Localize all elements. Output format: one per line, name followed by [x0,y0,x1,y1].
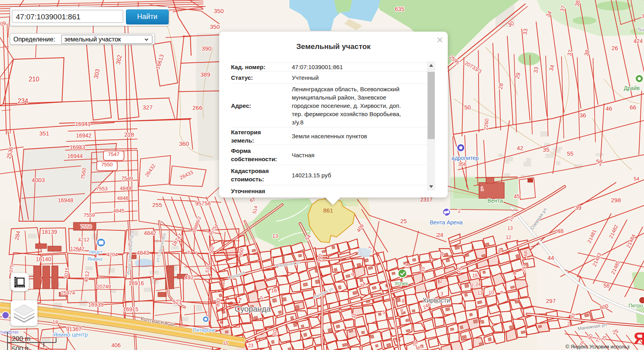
svg-text:3: 3 [642,13,644,19]
svg-text:7: 7 [195,251,197,256]
svg-text:54: 54 [634,176,639,182]
svg-text:234: 234 [18,98,28,104]
svg-text:424: 424 [633,38,643,44]
svg-text:24: 24 [475,282,481,287]
svg-text:44: 44 [548,254,554,261]
svg-text:635: 635 [395,6,404,12]
svg-text:351: 351 [39,130,49,137]
svg-text:33: 33 [532,66,539,73]
svg-text:46: 46 [606,105,612,112]
svg-text:Драйв: Драйв [624,85,640,91]
svg-text:Вента Арена: Вента Арена [430,219,462,226]
svg-text:327: 327 [143,104,152,111]
svg-text:20749: 20749 [97,284,111,290]
svg-text:7559: 7559 [84,212,95,218]
svg-text:350: 350 [210,23,220,30]
svg-text:4003: 4003 [32,177,45,183]
svg-text:16: 16 [271,288,277,294]
svg-text:45: 45 [514,193,520,199]
svg-text:66: 66 [630,104,636,111]
svg-text:23: 23 [248,343,253,348]
svg-text:10: 10 [488,290,494,295]
svg-text:42: 42 [517,145,524,151]
svg-text:4846: 4846 [117,195,129,201]
svg-text:7549: 7549 [122,175,133,181]
svg-text:55: 55 [567,150,574,157]
svg-text:36: 36 [580,112,586,119]
svg-text:406: 406 [111,342,121,348]
svg-text:35: 35 [543,146,550,153]
svg-text:2: 2 [440,278,443,284]
svg-text:3: 3 [441,291,443,297]
svg-text:19: 19 [404,263,410,269]
svg-text:Ян: Ян [634,329,644,348]
svg-text:24: 24 [437,232,443,238]
svg-text:1: 1 [481,186,484,192]
svg-text:Пятерочк: Пятерочк [193,327,215,333]
svg-text:15: 15 [472,273,478,278]
svg-text:13: 13 [272,233,278,239]
svg-text:95758: 95758 [195,200,211,207]
svg-text:8: 8 [188,250,190,255]
svg-text:2: 2 [458,208,460,214]
svg-text:Янино: Янино [87,256,102,262]
svg-text:4212: 4212 [78,237,90,243]
svg-text:16948: 16948 [58,197,73,203]
svg-text:3: 3 [394,324,396,329]
svg-text:48: 48 [557,228,564,234]
svg-text:12: 12 [506,235,511,240]
svg-text:389: 389 [200,71,210,78]
svg-text:218: 218 [124,131,134,138]
svg-text:297: 297 [546,297,556,304]
svg-text:44: 44 [522,251,528,257]
svg-text:16939: 16939 [88,301,104,308]
svg-text:адропитер: адропитер [452,155,479,161]
svg-text:18139: 18139 [42,229,57,235]
svg-text:4842: 4842 [144,230,156,236]
svg-text:18140: 18140 [36,256,51,262]
svg-text:390: 390 [201,45,211,52]
svg-text:28: 28 [497,83,504,90]
svg-text:2260: 2260 [483,119,490,130]
svg-text:58: 58 [596,158,603,165]
svg-text:16916: 16916 [129,280,144,286]
svg-text:2: 2 [471,283,474,288]
svg-text:Su: Su [638,26,644,32]
svg-text:360: 360 [179,140,189,147]
svg-text:25: 25 [400,218,407,224]
svg-text:266: 266 [192,104,202,111]
svg-text:12642: 12642 [70,246,84,252]
svg-text:298: 298 [611,197,621,203]
svg-text:9: 9 [441,251,444,257]
svg-text:7558: 7558 [81,224,92,230]
svg-text:Вента: Вента [488,198,503,204]
svg-text:18: 18 [53,319,58,325]
svg-text:пецст: пецст [89,249,103,255]
svg-text:50: 50 [464,104,471,111]
svg-text:25974: 25974 [61,290,75,296]
svg-text:Хирвости: Хирвости [422,297,450,304]
svg-text:4845: 4845 [113,208,125,214]
svg-text:16942: 16942 [76,132,92,139]
svg-text:58: 58 [603,282,610,289]
svg-text:075: 075 [8,264,15,273]
svg-text:Петро: Петро [629,303,643,309]
svg-text:16941: 16941 [75,121,91,127]
svg-text:255: 255 [152,201,162,208]
svg-text:26: 26 [612,45,618,51]
svg-text:210: 210 [29,76,39,83]
svg-text:16944: 16944 [68,153,83,159]
svg-text:33: 33 [420,267,426,273]
svg-text:10: 10 [271,329,278,336]
svg-text:© Яндекс Условия использ: © Яндекс Условия использ [565,344,629,350]
svg-text:4204: 4204 [107,252,118,258]
svg-text:16915: 16915 [123,306,139,312]
svg-text:Суоранда: Суоранда [235,305,271,313]
svg-text:492: 492 [184,274,194,280]
svg-text:13: 13 [477,290,483,296]
svg-text:7550: 7550 [101,162,113,167]
svg-text:7553: 7553 [96,186,108,192]
svg-text:39: 39 [575,204,582,211]
svg-text:5: 5 [383,310,385,315]
svg-text:2: 2 [567,321,570,327]
